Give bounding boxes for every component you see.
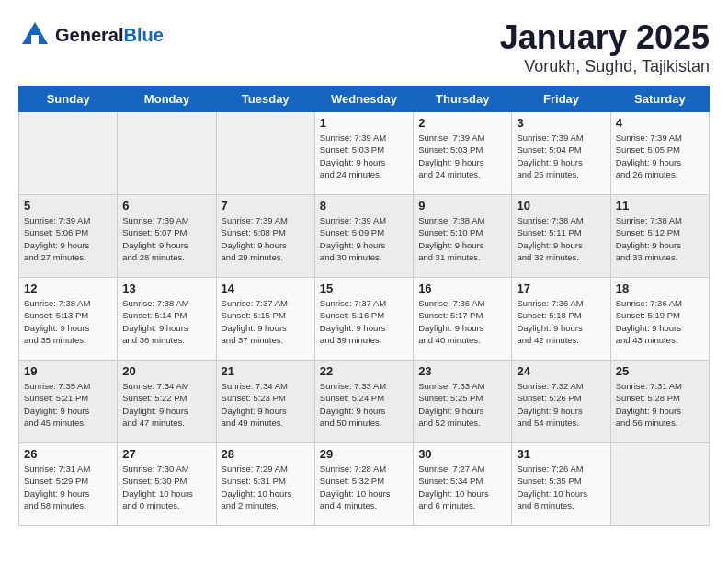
day-info: Sunrise: 7:36 AM Sunset: 5:17 PM Dayligh… [418,297,506,346]
calendar-cell: 23Sunrise: 7:33 AM Sunset: 5:25 PM Dayli… [414,361,512,443]
calendar-cell: 14Sunrise: 7:37 AM Sunset: 5:15 PM Dayli… [216,278,314,361]
calendar-cell: 24Sunrise: 7:32 AM Sunset: 5:26 PM Dayli… [512,361,610,443]
calendar-cell: 4Sunrise: 7:39 AM Sunset: 5:05 PM Daylig… [610,112,709,195]
calendar-cell: 18Sunrise: 7:36 AM Sunset: 5:19 PM Dayli… [610,278,709,361]
day-info: Sunrise: 7:31 AM Sunset: 5:28 PM Dayligh… [616,380,704,429]
calendar-cell: 27Sunrise: 7:30 AM Sunset: 5:30 PM Dayli… [118,443,216,526]
day-number: 4 [616,116,704,130]
calendar-header-friday: Friday [512,86,610,112]
calendar-week-2: 5Sunrise: 7:39 AM Sunset: 5:06 PM Daylig… [19,195,710,278]
calendar-week-1: 1Sunrise: 7:39 AM Sunset: 5:03 PM Daylig… [19,112,710,195]
day-info: Sunrise: 7:34 AM Sunset: 5:23 PM Dayligh… [222,380,310,429]
svg-rect-2 [31,35,39,44]
calendar-cell: 30Sunrise: 7:27 AM Sunset: 5:34 PM Dayli… [414,443,512,526]
logo-icon [18,18,51,52]
title-block: January 2025 Vorukh, Sughd, Tajikistan [500,18,710,76]
day-number: 11 [616,199,704,213]
day-info: Sunrise: 7:39 AM Sunset: 5:05 PM Dayligh… [616,132,704,180]
day-info: Sunrise: 7:29 AM Sunset: 5:31 PM Dayligh… [222,463,310,511]
day-info: Sunrise: 7:38 AM Sunset: 5:10 PM Dayligh… [418,214,506,263]
day-info: Sunrise: 7:34 AM Sunset: 5:22 PM Dayligh… [122,380,210,429]
day-number: 5 [24,199,112,213]
calendar-header-sunday: Sunday [19,86,118,112]
day-number: 29 [320,447,408,461]
page-header: GeneralBlue January 2025 Vorukh, Sughd, … [18,18,710,76]
day-info: Sunrise: 7:38 AM Sunset: 5:13 PM Dayligh… [24,297,112,346]
calendar-cell: 25Sunrise: 7:31 AM Sunset: 5:28 PM Dayli… [610,361,709,443]
day-number: 1 [320,116,408,130]
day-number: 27 [122,447,210,461]
day-info: Sunrise: 7:39 AM Sunset: 5:07 PM Dayligh… [122,214,210,263]
calendar-cell: 8Sunrise: 7:39 AM Sunset: 5:09 PM Daylig… [314,195,413,278]
day-number: 17 [517,282,605,295]
calendar-cell: 5Sunrise: 7:39 AM Sunset: 5:06 PM Daylig… [19,195,118,278]
calendar-week-4: 19Sunrise: 7:35 AM Sunset: 5:21 PM Dayli… [19,361,710,443]
calendar-header-thursday: Thursday [414,86,512,112]
day-info: Sunrise: 7:38 AM Sunset: 5:14 PM Dayligh… [122,297,210,346]
calendar-cell: 19Sunrise: 7:35 AM Sunset: 5:21 PM Dayli… [19,361,118,443]
day-number: 15 [320,282,408,295]
day-number: 3 [517,116,605,130]
logo: GeneralBlue [18,18,164,52]
day-number: 14 [222,282,310,295]
calendar-title: January 2025 [500,18,710,57]
calendar-table: SundayMondayTuesdayWednesdayThursdayFrid… [18,86,710,526]
day-info: Sunrise: 7:30 AM Sunset: 5:30 PM Dayligh… [122,463,210,511]
day-number: 22 [320,364,408,378]
calendar-cell: 16Sunrise: 7:36 AM Sunset: 5:17 PM Dayli… [414,278,512,361]
day-info: Sunrise: 7:38 AM Sunset: 5:12 PM Dayligh… [616,214,704,263]
calendar-cell: 10Sunrise: 7:38 AM Sunset: 5:11 PM Dayli… [512,195,610,278]
day-info: Sunrise: 7:39 AM Sunset: 5:04 PM Dayligh… [517,132,605,180]
day-number: 24 [517,364,605,378]
day-info: Sunrise: 7:33 AM Sunset: 5:24 PM Dayligh… [320,380,408,429]
day-info: Sunrise: 7:32 AM Sunset: 5:26 PM Dayligh… [517,380,605,429]
calendar-cell [19,112,118,195]
calendar-cell: 2Sunrise: 7:39 AM Sunset: 5:03 PM Daylig… [414,112,512,195]
day-number: 19 [24,364,112,378]
day-info: Sunrise: 7:26 AM Sunset: 5:35 PM Dayligh… [517,463,605,511]
day-number: 25 [616,364,704,378]
day-info: Sunrise: 7:38 AM Sunset: 5:11 PM Dayligh… [517,214,605,263]
logo-blue: Blue [123,25,163,45]
calendar-cell [118,112,216,195]
day-info: Sunrise: 7:36 AM Sunset: 5:18 PM Dayligh… [517,297,605,346]
calendar-week-3: 12Sunrise: 7:38 AM Sunset: 5:13 PM Dayli… [19,278,710,361]
day-number: 10 [517,199,605,213]
calendar-cell: 28Sunrise: 7:29 AM Sunset: 5:31 PM Dayli… [216,443,314,526]
day-number: 13 [122,282,210,295]
day-number: 23 [418,364,506,378]
calendar-header-tuesday: Tuesday [216,86,314,112]
day-number: 28 [222,447,310,461]
calendar-cell: 17Sunrise: 7:36 AM Sunset: 5:18 PM Dayli… [512,278,610,361]
calendar-header-row: SundayMondayTuesdayWednesdayThursdayFrid… [19,86,710,112]
calendar-header-saturday: Saturday [610,86,709,112]
calendar-cell: 12Sunrise: 7:38 AM Sunset: 5:13 PM Dayli… [19,278,118,361]
day-info: Sunrise: 7:39 AM Sunset: 5:09 PM Dayligh… [320,214,408,263]
calendar-cell: 31Sunrise: 7:26 AM Sunset: 5:35 PM Dayli… [512,443,610,526]
day-number: 21 [222,364,310,378]
day-info: Sunrise: 7:39 AM Sunset: 5:03 PM Dayligh… [418,132,506,180]
calendar-cell: 26Sunrise: 7:31 AM Sunset: 5:29 PM Dayli… [19,443,118,526]
day-number: 7 [222,199,310,213]
day-info: Sunrise: 7:39 AM Sunset: 5:03 PM Dayligh… [320,132,408,180]
calendar-subtitle: Vorukh, Sughd, Tajikistan [500,57,710,76]
day-number: 30 [418,447,506,461]
day-info: Sunrise: 7:33 AM Sunset: 5:25 PM Dayligh… [418,380,506,429]
calendar-cell: 7Sunrise: 7:39 AM Sunset: 5:08 PM Daylig… [216,195,314,278]
calendar-header-monday: Monday [118,86,216,112]
calendar-cell [216,112,314,195]
day-number: 9 [418,199,506,213]
calendar-cell: 6Sunrise: 7:39 AM Sunset: 5:07 PM Daylig… [118,195,216,278]
calendar-cell: 21Sunrise: 7:34 AM Sunset: 5:23 PM Dayli… [216,361,314,443]
day-number: 12 [24,282,112,295]
day-info: Sunrise: 7:37 AM Sunset: 5:15 PM Dayligh… [222,297,310,346]
calendar-week-5: 26Sunrise: 7:31 AM Sunset: 5:29 PM Dayli… [19,443,710,526]
calendar-cell: 9Sunrise: 7:38 AM Sunset: 5:10 PM Daylig… [414,195,512,278]
day-info: Sunrise: 7:39 AM Sunset: 5:06 PM Dayligh… [24,214,112,263]
day-info: Sunrise: 7:36 AM Sunset: 5:19 PM Dayligh… [616,297,704,346]
day-number: 20 [122,364,210,378]
calendar-cell: 22Sunrise: 7:33 AM Sunset: 5:24 PM Dayli… [314,361,413,443]
day-number: 31 [517,447,605,461]
calendar-cell: 3Sunrise: 7:39 AM Sunset: 5:04 PM Daylig… [512,112,610,195]
day-number: 26 [24,447,112,461]
